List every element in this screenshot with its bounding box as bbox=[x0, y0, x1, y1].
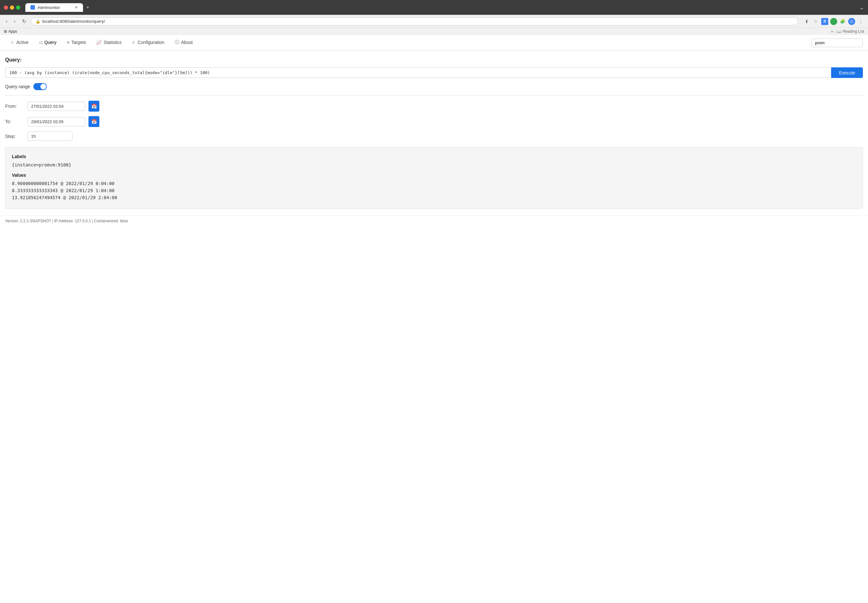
apps-grid-icon: ⊞ bbox=[4, 29, 7, 34]
apps-label: Apps bbox=[8, 29, 17, 34]
to-label: To: bbox=[5, 119, 25, 124]
minimize-button[interactable] bbox=[10, 5, 14, 9]
nav-label-query: Query bbox=[44, 40, 56, 45]
app-nav: ☆ Active ◁ Query ≡ Targets 📈 Statistics … bbox=[0, 35, 868, 51]
nav-item-active[interactable]: ☆ Active bbox=[5, 35, 34, 50]
app-container: ☆ Active ◁ Query ≡ Targets 📈 Statistics … bbox=[0, 35, 868, 600]
query-input[interactable] bbox=[5, 67, 831, 78]
nav-item-about[interactable]: ⓘ About bbox=[170, 35, 198, 50]
tab-bar: Alertmonitor ✕ + bbox=[25, 3, 93, 12]
about-icon: ⓘ bbox=[175, 39, 179, 45]
browser-toolbar-icons: ⬆ ☆ B 🧩 G ⋮ bbox=[803, 18, 864, 25]
menu-icon[interactable]: ⋮ bbox=[857, 18, 864, 25]
nav-item-query[interactable]: ◁ Query bbox=[34, 35, 62, 50]
nav-label-targets: Targets bbox=[71, 40, 86, 45]
page-title: Query: bbox=[5, 57, 863, 63]
nav-item-statistics[interactable]: 📈 Statistics bbox=[91, 35, 126, 50]
calendar-icon-2: 📅 bbox=[91, 119, 97, 124]
bookmarks-right: » | 📖 Reading List bbox=[831, 29, 864, 34]
nav-item-configuration[interactable]: ✓ Configuration bbox=[126, 35, 169, 50]
query-row: Execute bbox=[5, 67, 863, 78]
targets-icon: ≡ bbox=[67, 40, 69, 45]
back-button[interactable]: ‹ bbox=[4, 17, 9, 26]
lock-icon: 🔒 bbox=[35, 19, 40, 24]
apps-link[interactable]: ⊞ Apps bbox=[4, 29, 17, 34]
star-icon: ☆ bbox=[10, 40, 14, 45]
reload-button[interactable]: ↻ bbox=[20, 17, 28, 26]
values-title: Values bbox=[12, 173, 856, 178]
range-section: From: 📅 To: 📅 Step: bbox=[5, 95, 863, 141]
bookmark-icon[interactable]: ☆ bbox=[812, 18, 819, 25]
tab-close-button[interactable]: ✕ bbox=[75, 5, 78, 9]
step-input[interactable] bbox=[28, 131, 72, 141]
labels-value: {instance=promvm:9100} bbox=[12, 162, 856, 167]
forward-button[interactable]: › bbox=[12, 17, 17, 26]
reading-list-icon: 📖 bbox=[837, 29, 842, 34]
from-calendar-button[interactable]: 📅 bbox=[88, 101, 99, 111]
query-range-toggle-row: Query range bbox=[5, 83, 863, 90]
nav-item-targets[interactable]: ≡ Targets bbox=[62, 35, 91, 50]
close-button[interactable] bbox=[4, 5, 8, 9]
window-controls[interactable]: ⌄ bbox=[859, 4, 864, 11]
nav-label-about: About bbox=[181, 40, 193, 45]
traffic-lights bbox=[4, 5, 20, 9]
step-label: Step: bbox=[5, 134, 25, 139]
nav-label-configuration: Configuration bbox=[137, 40, 164, 45]
browser-tab[interactable]: Alertmonitor ✕ bbox=[25, 3, 83, 12]
query-range-label: Query range bbox=[5, 84, 30, 89]
maximize-button[interactable] bbox=[16, 5, 20, 9]
labels-title: Labels bbox=[12, 154, 856, 159]
bookmarks-chevron[interactable]: » bbox=[831, 29, 833, 34]
extension-icon-2[interactable] bbox=[830, 18, 837, 25]
to-input[interactable] bbox=[28, 117, 85, 126]
execute-button[interactable]: Execute bbox=[831, 67, 863, 78]
to-calendar-button[interactable]: 📅 bbox=[88, 116, 99, 127]
browser-toolbar: ‹ › ↻ 🔒 ⬆ ☆ B 🧩 G ⋮ bbox=[0, 15, 868, 28]
to-row: To: 📅 bbox=[5, 116, 863, 127]
nav-search[interactable] bbox=[812, 39, 863, 47]
tab-title: Alertmonitor bbox=[37, 5, 60, 10]
query-range-toggle[interactable] bbox=[33, 83, 47, 90]
value-row-1: 8.333333333333343 @ 2022/01/29 1:04:00 bbox=[12, 188, 856, 193]
value-row-2: 13.921856247494574 @ 2022/01/29 2:04:00 bbox=[12, 195, 856, 200]
configuration-icon: ✓ bbox=[132, 40, 136, 45]
query-icon: ◁ bbox=[39, 40, 42, 45]
from-label: From: bbox=[5, 104, 25, 109]
profile-icon[interactable]: G bbox=[848, 18, 855, 25]
content-area: Query: Execute Query range From: 📅 bbox=[0, 51, 868, 215]
step-row: Step: bbox=[5, 131, 863, 141]
reading-list-label: Reading List bbox=[843, 29, 864, 34]
calendar-icon: 📅 bbox=[91, 104, 97, 109]
value-row-0: 8.900000000001754 @ 2022/01/29 0:04:00 bbox=[12, 181, 856, 186]
extension-icon-1[interactable]: B bbox=[821, 18, 828, 25]
bookmarks-bar: ⊞ Apps » | 📖 Reading List bbox=[0, 28, 868, 35]
nav-label-active: Active bbox=[16, 40, 29, 45]
new-tab-button[interactable]: + bbox=[83, 3, 93, 12]
from-input[interactable] bbox=[28, 102, 85, 111]
tab-favicon bbox=[31, 5, 35, 9]
results-section: Labels {instance=promvm:9100} Values 8.9… bbox=[5, 147, 863, 209]
toggle-slider bbox=[33, 83, 47, 90]
statistics-icon: 📈 bbox=[96, 40, 102, 45]
address-bar[interactable]: 🔒 bbox=[31, 17, 798, 25]
search-input[interactable] bbox=[812, 39, 863, 47]
nav-label-statistics: Statistics bbox=[103, 40, 122, 45]
share-icon[interactable]: ⬆ bbox=[803, 18, 810, 25]
footer-text: Version: 2.2.1-SNAPSHOT | IP Address: 12… bbox=[5, 219, 128, 223]
footer: Version: 2.2.1-SNAPSHOT | IP Address: 12… bbox=[0, 215, 868, 226]
from-row: From: 📅 bbox=[5, 101, 863, 111]
extension-icon-3[interactable]: 🧩 bbox=[839, 18, 846, 25]
url-input[interactable] bbox=[42, 19, 793, 24]
